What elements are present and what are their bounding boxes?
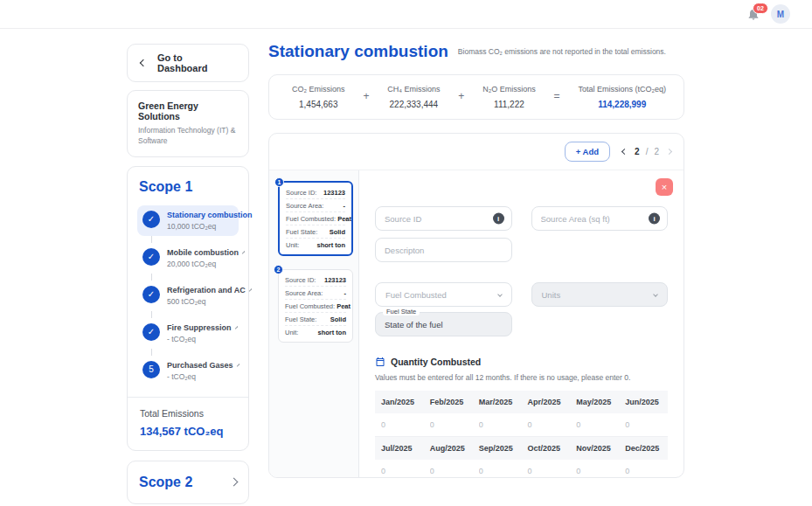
month-header: Jun/2025	[619, 391, 668, 413]
item-label: Mobile combustion	[167, 248, 239, 257]
check-icon: ✓	[142, 211, 160, 228]
page-header: Stationary combustion Biomass CO₂ emissi…	[268, 42, 684, 61]
item-label: Purchased Gases	[167, 361, 233, 370]
panel-body: 1 Source ID:123123 Source Area:- Fuel Co…	[269, 170, 684, 478]
ch4-emissions-label: CH₄ Emissions	[387, 85, 440, 94]
ch4-emissions-value: 222,333,444	[387, 100, 440, 109]
monthly-quantity-table: Jan/2025 Feb/2025 Mar/2025 Apr/2025 May/…	[375, 391, 668, 478]
month-value-input-sep[interactable]	[473, 460, 522, 478]
connector-line	[151, 311, 152, 318]
source-field-value: 123123	[323, 189, 345, 197]
co2-emissions-stat: CO₂ Emissions 1,454,663	[292, 85, 345, 109]
add-source-button[interactable]: + Add	[565, 142, 610, 162]
month-header: Apr/2025	[521, 391, 570, 413]
total-emissions-label: Total Emissions (tCO₂eq)	[578, 85, 666, 94]
month-header: Mar/2025	[473, 391, 522, 413]
total-emissions-value: 114,228,999	[578, 100, 666, 109]
chevron-down-icon	[497, 292, 503, 297]
month-value-input-may[interactable]	[570, 413, 619, 436]
sidebar-item-fire-suppression[interactable]: ✓ Fire Suppression - tCO₂eq	[137, 318, 239, 349]
pagination: 2 / 2	[621, 147, 673, 156]
top-bar: 02 M	[0, 0, 812, 29]
scope1-card: Scope 1 ✓ Stationary combustion 10,000 t…	[127, 166, 249, 451]
sources-panel: + Add 2 / 2 1 Source ID:123123 Source Ar…	[268, 133, 684, 478]
total-emissions-stat: Total Emissions (tCO₂eq) 114,228,999	[578, 85, 666, 109]
month-header: Feb/2025	[424, 391, 473, 413]
month-header: Jul/2025	[375, 437, 424, 461]
scope1-title: Scope 1	[139, 179, 239, 195]
chevron-left-icon	[140, 59, 147, 66]
month-value-input-nov[interactable]	[570, 460, 619, 478]
item-value: - tCO₂eq	[167, 335, 233, 343]
source-id-input[interactable]	[375, 206, 512, 231]
source-card-1[interactable]: 1 Source ID:123123 Source Area:- Fuel Co…	[278, 181, 353, 256]
chevron-right-icon	[242, 251, 246, 254]
source-field-value: -	[344, 289, 347, 297]
source-field-label: Fuel Combusted:	[286, 215, 336, 223]
source-number-badge: 2	[274, 265, 283, 274]
source-field-value: -	[344, 202, 346, 210]
quantity-combusted-section: Quantity Combusted Values must be entere…	[375, 357, 668, 478]
source-field-label: Source ID:	[285, 276, 316, 284]
item-label: Stationary combustion	[167, 211, 233, 219]
fuel-combusted-placeholder: Fuel Combusted	[385, 290, 447, 300]
app-window: 02 M Go to Dashboard Green Energy Soluti…	[0, 0, 812, 506]
ch4-emissions-stat: CH₄ Emissions 222,333,444	[387, 85, 440, 109]
month-value-input-oct[interactable]	[521, 460, 570, 478]
chevron-right-icon	[236, 364, 239, 367]
source-field-value: Solid	[330, 228, 345, 236]
calendar-icon	[375, 357, 385, 367]
sidebar-item-purchased-gases[interactable]: 5 Purchased Gases - tCO₂eq	[137, 356, 239, 386]
total-pages: 2	[654, 147, 659, 156]
month-value-input-jun[interactable]	[619, 413, 668, 436]
month-value-input-apr[interactable]	[521, 413, 570, 436]
source-field-label: Unit:	[285, 329, 298, 336]
go-to-dashboard-label: Go to Dashboard	[157, 52, 235, 73]
month-value-input-dec[interactable]	[619, 460, 668, 478]
source-card-2[interactable]: 2 Source ID:123123 Source Area:- Fuel Co…	[278, 269, 353, 343]
equals-operator: =	[554, 90, 560, 104]
month-header: Jan/2025	[375, 391, 424, 413]
fuel-state-field: Fuel State State of the fuel	[375, 312, 512, 336]
units-placeholder: Units	[542, 290, 561, 300]
user-avatar[interactable]: M	[771, 4, 790, 24]
source-field-value: short ton	[317, 241, 346, 249]
month-value-input-feb[interactable]	[424, 413, 473, 436]
connector-line	[151, 349, 152, 356]
fuel-state-value: State of the fuel	[385, 320, 443, 329]
delete-source-button[interactable]: ×	[656, 178, 673, 196]
sidebar: Go to Dashboard Green Energy Solutions I…	[127, 44, 249, 506]
month-header: Oct/2025	[521, 437, 570, 461]
page-separator: /	[646, 147, 649, 156]
source-field-value: short ton	[318, 329, 347, 336]
month-value-input-jan[interactable]	[375, 413, 424, 436]
sidebar-item-mobile-combustion[interactable]: ✓ Mobile combustion 20,000 tCO₂eq	[137, 243, 239, 274]
source-form: × i i	[359, 170, 684, 478]
scope2-card[interactable]: Scope 2	[127, 461, 249, 504]
source-field-label: Source ID:	[286, 189, 316, 197]
source-field-label: Unit:	[286, 241, 299, 249]
notifications-button[interactable]: 02	[746, 7, 760, 21]
source-area-input[interactable]	[531, 206, 669, 231]
info-icon: i	[649, 213, 660, 225]
go-to-dashboard-button[interactable]: Go to Dashboard	[127, 44, 249, 82]
month-value-input-jul[interactable]	[375, 460, 424, 478]
plus-operator: +	[363, 90, 369, 104]
company-card: Green Energy Solutions Information Techn…	[127, 90, 249, 157]
month-value-input-aug[interactable]	[424, 460, 473, 478]
n2o-emissions-stat: N₂O Emissions 111,222	[482, 85, 536, 109]
source-field-label: Fuel Combusted:	[285, 302, 335, 310]
chevron-right-icon	[248, 288, 252, 292]
sidebar-item-refrigeration-ac[interactable]: ✓ Refrigeration and AC 500 tCO₂eq	[137, 281, 239, 311]
previous-page-button[interactable]	[621, 148, 628, 156]
description-input[interactable]	[375, 238, 512, 262]
month-value-input-mar[interactable]	[473, 413, 522, 436]
company-industry: Information Technology (IT) & Software	[138, 126, 238, 147]
sidebar-item-stationary-combustion[interactable]: ✓ Stationary combustion 10,000 tCO₂eq	[137, 205, 239, 236]
fuel-combusted-select[interactable]: Fuel Combusted	[375, 282, 512, 307]
source-list: 1 Source ID:123123 Source Area:- Fuel Co…	[269, 170, 359, 478]
source-field-value: 123123	[324, 276, 346, 284]
info-icon: i	[493, 213, 504, 225]
next-page-button[interactable]	[665, 148, 673, 156]
check-icon: ✓	[142, 248, 160, 266]
